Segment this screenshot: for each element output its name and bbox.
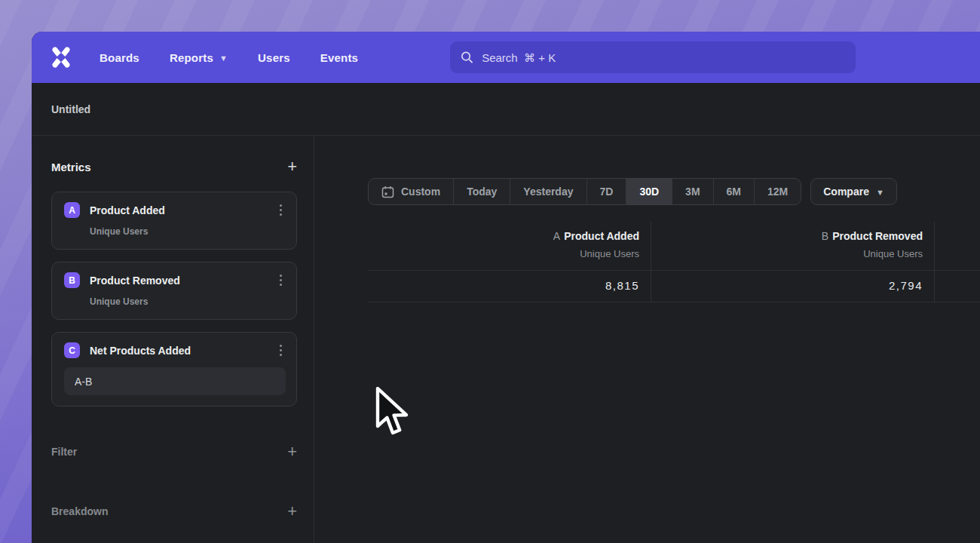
breakdown-section: Breakdown + — [51, 503, 297, 520]
formula-input[interactable] — [64, 367, 286, 395]
range-30d-active[interactable]: 30D — [626, 179, 672, 204]
column-badge: A — [553, 230, 560, 242]
metrics-result-table: AProduct Added Unique Users 8,815 BProdu… — [368, 222, 980, 302]
metric-measure[interactable]: Unique Users — [90, 226, 286, 237]
range-today[interactable]: Today — [453, 179, 510, 204]
column-title: Product Added — [564, 230, 639, 242]
add-breakdown-button[interactable]: + — [287, 503, 297, 520]
nav-item-label: Events — [320, 51, 358, 64]
nav-item-label: Boards — [100, 51, 139, 64]
metric-badge: A — [64, 202, 80, 218]
range-yesterday[interactable]: Yesterday — [510, 179, 586, 204]
calendar-icon — [381, 186, 394, 198]
range-3m[interactable]: 3M — [672, 179, 712, 204]
report-title-bar: Untitled — [32, 83, 980, 136]
range-7d[interactable]: 7D — [586, 179, 626, 204]
metrics-header: Metrics + — [51, 158, 297, 175]
date-range-toolbar: Custom Today Yesterday 7D 30D 3M 6M 12M … — [368, 178, 980, 205]
search-icon — [461, 51, 473, 64]
metric-card-b[interactable]: B Product Removed Unique Users — [51, 262, 297, 320]
report-title[interactable]: Untitled — [51, 103, 90, 115]
mixpanel-logo-icon[interactable] — [48, 44, 74, 70]
chevron-down-icon: ▼ — [219, 54, 228, 63]
metric-badge: B — [64, 272, 80, 288]
column-subtitle: Unique Users — [368, 248, 639, 259]
chevron-down-icon: ▼ — [876, 188, 884, 197]
top-nav: Boards Reports ▼ Users Events — [32, 32, 980, 83]
table-column-a: AProduct Added Unique Users 8,815 — [368, 222, 651, 302]
column-subtitle: Unique Users — [651, 248, 923, 259]
add-metric-button[interactable]: + — [287, 158, 297, 175]
search-input[interactable] — [482, 51, 845, 64]
filter-label: Filter — [51, 446, 77, 458]
table-cell-value[interactable]: 2,794 — [651, 270, 934, 302]
query-builder-sidebar: Metrics + A Product Added Unique Users B… — [32, 136, 314, 543]
range-6m[interactable]: 6M — [713, 179, 754, 204]
kebab-menu-icon[interactable] — [276, 342, 286, 358]
filter-section: Filter + — [51, 443, 297, 460]
nav-item-reports[interactable]: Reports ▼ — [170, 51, 228, 64]
nav-item-label: Reports — [170, 51, 213, 64]
column-badge: B — [822, 230, 828, 242]
app-window: Boards Reports ▼ Users Events Untitled — [32, 32, 980, 543]
range-12m[interactable]: 12M — [754, 179, 801, 204]
column-header[interactable]: BProduct Removed Unique Users — [651, 222, 934, 270]
table-column-b: BProduct Removed Unique Users 2,794 — [651, 222, 935, 302]
range-custom[interactable]: Custom — [369, 179, 453, 204]
metric-title: Net Products Added — [90, 345, 276, 357]
results-panel: Custom Today Yesterday 7D 30D 3M 6M 12M … — [314, 136, 980, 543]
nav-item-events[interactable]: Events — [320, 51, 358, 64]
metric-title: Product Added — [90, 204, 276, 216]
table-cell-value[interactable]: 8,815 — [368, 270, 651, 302]
compare-button[interactable]: Compare ▼ — [810, 178, 897, 205]
column-title: Product Removed — [832, 230, 923, 242]
nav-item-users[interactable]: Users — [258, 51, 290, 64]
metric-title: Product Removed — [90, 275, 276, 287]
search-bar[interactable] — [450, 41, 856, 73]
range-label: Custom — [401, 186, 440, 198]
kebab-menu-icon[interactable] — [276, 202, 286, 218]
add-filter-button[interactable]: + — [287, 443, 297, 460]
metric-badge: C — [64, 342, 80, 358]
nav-items: Boards Reports ▼ Users Events — [100, 51, 358, 64]
nav-item-label: Users — [258, 51, 290, 64]
date-range-segmented-control: Custom Today Yesterday 7D 30D 3M 6M 12M — [368, 178, 801, 205]
nav-item-boards[interactable]: Boards — [100, 51, 139, 64]
table-column-filler — [935, 222, 980, 302]
breakdown-label: Breakdown — [51, 505, 108, 517]
metric-measure[interactable]: Unique Users — [90, 296, 286, 307]
kebab-menu-icon[interactable] — [276, 272, 286, 288]
compare-label: Compare — [823, 186, 869, 198]
metric-card-c[interactable]: C Net Products Added — [51, 332, 297, 406]
metrics-label: Metrics — [51, 161, 91, 173]
column-header[interactable]: AProduct Added Unique Users — [368, 222, 651, 270]
metric-card-a[interactable]: A Product Added Unique Users — [51, 192, 297, 250]
